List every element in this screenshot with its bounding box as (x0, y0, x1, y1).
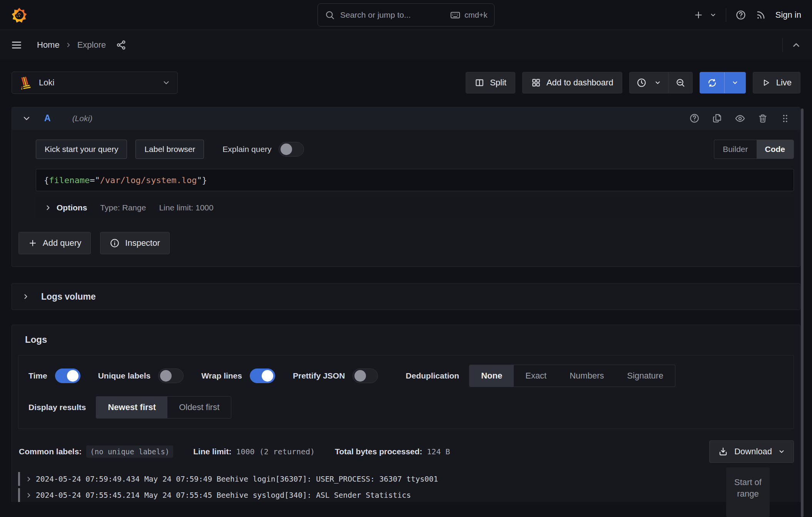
query-token: /var/log/system.log (100, 175, 197, 185)
builder-mode-button[interactable]: Builder (714, 140, 756, 158)
collapse-chevron-up-icon[interactable] (791, 40, 801, 50)
logs-controls: Time Unique labels Wrap lines Prettify J… (18, 355, 794, 429)
log-row[interactable]: 2024-05-24 07:55:45.214 May 24 07:55:45 … (18, 487, 794, 503)
add-query-button[interactable]: Add query (18, 232, 91, 254)
time-picker-button[interactable] (630, 72, 668, 93)
display-results-label: Display results (28, 403, 86, 412)
query-row-header: A (Loki) (12, 107, 800, 130)
add-to-dashboard-label: Add to dashboard (546, 78, 613, 88)
breadcrumb-separator-icon (65, 42, 72, 48)
query-collapse-chevron-icon[interactable] (22, 114, 31, 123)
newest-first-option[interactable]: Newest first (96, 397, 167, 418)
expand-log-chevron-icon[interactable] (25, 492, 32, 499)
start-of-range-indicator: Start of range (726, 467, 770, 517)
clock-icon (637, 78, 647, 88)
grafana-logo[interactable] (11, 7, 28, 23)
unique-labels-toggle[interactable] (158, 369, 184, 383)
line-limit-value: 1000 (2 returned) (236, 447, 315, 456)
log-row[interactable]: 2024-05-24 07:59:49.434 May 24 07:59:49 … (18, 471, 794, 487)
wrap-lines-toggle[interactable] (250, 369, 275, 383)
drag-handle-grip-icon[interactable] (780, 113, 790, 123)
query-code-input[interactable]: {filename="/var/log/system.log"} (36, 169, 794, 191)
add-icon[interactable] (693, 10, 703, 20)
prettify-json-toggle-label: Prettify JSON (293, 371, 345, 380)
split-button[interactable]: Split (466, 72, 515, 93)
breadcrumb-home[interactable]: Home (37, 40, 60, 50)
dedup-option-exact[interactable]: Exact (514, 365, 558, 387)
log-level-bar (18, 488, 20, 502)
expand-log-chevron-icon[interactable] (25, 476, 32, 482)
run-query-controls (700, 72, 746, 93)
remove-query-trash-icon[interactable] (758, 113, 768, 123)
menu-icon[interactable] (11, 39, 22, 51)
refresh-chevron-down-icon (732, 79, 738, 86)
keyboard-icon (450, 10, 461, 20)
datasource-name: Loki (39, 78, 156, 88)
query-datasource-hint: (Loki) (72, 114, 93, 123)
duplicate-query-icon[interactable] (712, 113, 722, 123)
help-icon[interactable] (735, 10, 746, 20)
disable-query-eye-icon[interactable] (735, 113, 745, 124)
explore-toolbar: Loki Split Add to dashboard (12, 72, 800, 94)
wrap-lines-toggle-label: Wrap lines (201, 371, 242, 380)
dedup-option-numbers[interactable]: Numbers (558, 365, 615, 387)
breadcrumb-bar: Home Explore (0, 30, 812, 60)
add-chevron-down-icon[interactable] (710, 12, 717, 18)
time-range-controls (629, 72, 693, 93)
logs-panel: Logs Time Unique labels Wrap lines Prett… (12, 325, 800, 502)
global-search[interactable]: cmd+k (317, 3, 495, 27)
inspector-button[interactable]: Inspector (100, 232, 170, 254)
query-tools-row: Kick start your query Label browser Expl… (36, 140, 794, 159)
split-columns-icon (475, 78, 485, 88)
live-button[interactable]: Live (753, 72, 800, 93)
datasource-picker[interactable]: Loki (12, 72, 178, 94)
common-labels-label: Common labels: (19, 447, 82, 456)
info-circle-icon (110, 238, 120, 248)
query-token: " (95, 175, 100, 185)
dedup-option-none[interactable]: None (469, 365, 514, 387)
prettify-json-toggle[interactable] (353, 369, 378, 383)
download-label: Download (734, 447, 772, 457)
kick-start-query-button[interactable]: Kick start your query (36, 140, 127, 159)
logs-volume-chevron-right-icon (22, 293, 30, 300)
download-button[interactable]: Download (709, 440, 794, 463)
query-editor-panel: A (Loki) (12, 107, 800, 267)
news-rss-icon[interactable] (755, 10, 766, 20)
logs-volume-title: Logs volume (41, 292, 96, 302)
logs-volume-section[interactable]: Logs volume (12, 283, 800, 310)
refresh-button[interactable] (700, 72, 724, 93)
deduplication-label: Deduplication (406, 371, 459, 380)
search-input[interactable] (340, 10, 444, 20)
options-chevron-right-icon (44, 204, 52, 212)
top-nav: cmd+k Sign in (0, 0, 812, 30)
download-chevron-down-icon (778, 448, 785, 455)
dedup-option-signature[interactable]: Signature (615, 365, 675, 387)
oldest-first-option[interactable]: Oldest first (167, 397, 231, 418)
query-help-icon[interactable] (689, 113, 700, 123)
total-bytes-label: Total bytes processed: (335, 447, 422, 456)
query-options-row[interactable]: Options Type: Range Line limit: 1000 (36, 197, 794, 219)
datasource-chevron-down-icon (162, 78, 170, 87)
options-type: Type: Range (100, 203, 146, 212)
time-toggle[interactable] (55, 369, 80, 383)
plus-icon (28, 238, 37, 248)
loki-logo-icon (19, 76, 33, 90)
explain-query-toggle[interactable] (279, 142, 304, 157)
editor-mode-toggle: Builder Code (714, 140, 794, 159)
options-label: Options (57, 203, 87, 212)
refresh-interval-button[interactable] (724, 72, 745, 93)
crumbbar-divider (782, 38, 783, 52)
page-scrollbar-thumb[interactable] (801, 108, 804, 517)
add-query-label: Add query (43, 238, 81, 248)
query-token: " (197, 175, 202, 185)
zoom-out-time-button[interactable] (668, 72, 692, 93)
query-token: = (90, 175, 95, 185)
log-rows: 2024-05-24 07:59:49.434 May 24 07:59:49 … (18, 471, 794, 503)
play-icon (762, 78, 771, 87)
share-icon[interactable] (116, 40, 127, 50)
add-to-dashboard-button[interactable]: Add to dashboard (522, 72, 622, 93)
label-browser-button[interactable]: Label browser (135, 140, 204, 159)
sign-in-button[interactable]: Sign in (775, 10, 801, 20)
time-chevron-down-icon (654, 79, 661, 86)
code-mode-button[interactable]: Code (757, 140, 794, 158)
